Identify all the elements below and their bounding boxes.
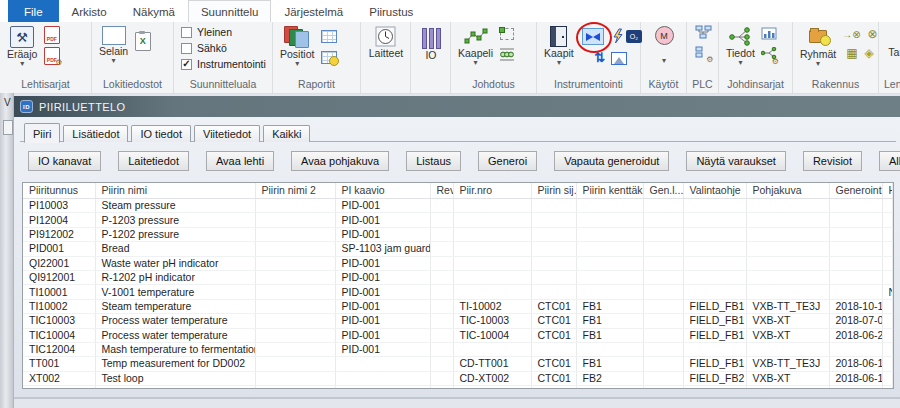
cell[interactable]: TT001: [23, 357, 95, 371]
cell[interactable]: [576, 386, 643, 389]
checkbox-instrumentointi[interactable]: ✓Instrumentointi: [181, 57, 266, 71]
revisiot-button[interactable]: Revisiot: [803, 151, 862, 171]
cell[interactable]: [255, 213, 335, 227]
cell[interactable]: [255, 227, 335, 241]
cell[interactable]: [255, 242, 335, 256]
excel-export-button[interactable]: X: [134, 32, 151, 50]
cell[interactable]: CTC01: [531, 314, 576, 328]
cell[interactable]: FB1: [576, 299, 643, 313]
cell[interactable]: [882, 213, 893, 227]
cell[interactable]: [746, 256, 829, 270]
n-yt-varaukset-button[interactable]: Näytä varaukset: [686, 151, 785, 171]
cell[interactable]: FIELD_FB2: [683, 371, 746, 385]
cell[interactable]: FB1: [576, 314, 643, 328]
report-table-button[interactable]: [320, 27, 337, 45]
cell[interactable]: PID-001: [335, 227, 430, 241]
cell[interactable]: [683, 386, 746, 389]
cell[interactable]: [683, 242, 746, 256]
cell[interactable]: [643, 342, 683, 356]
cell[interactable]: [882, 328, 893, 342]
cell[interactable]: [643, 314, 683, 328]
io-kanavat-button[interactable]: IO kanavat: [28, 151, 101, 171]
cell[interactable]: VXB-TT_TE3J: [746, 357, 829, 371]
panel-title-bar[interactable]: ID PIIRILUETTELO: [14, 96, 900, 117]
table-row-pi12004[interactable]: PI12004P-1203 pressurePID-001: [23, 213, 893, 227]
cell[interactable]: VXB-XT: [746, 371, 829, 385]
column-header-pohjakuva[interactable]: Pohjakuva: [746, 183, 829, 199]
import-export-button[interactable]: ⇅: [594, 51, 605, 65]
cell[interactable]: [335, 371, 430, 385]
cell[interactable]: N: [882, 285, 893, 299]
cell[interactable]: [453, 199, 531, 213]
cell[interactable]: [746, 227, 829, 241]
cell[interactable]: [453, 285, 531, 299]
add-to-group-button[interactable]: →⊗: [842, 28, 860, 41]
cell[interactable]: [453, 386, 531, 389]
cell[interactable]: Mash temperature to fermentation: [95, 342, 255, 356]
cell[interactable]: CD-XT002: [453, 371, 531, 385]
cell[interactable]: [829, 199, 882, 213]
cell[interactable]: [746, 342, 829, 356]
laitetiedot-button[interactable]: Laitetiedot: [118, 151, 189, 171]
cell[interactable]: [23, 386, 95, 389]
cell[interactable]: SP-1103 jam guard: [335, 242, 430, 256]
table-row-pi10003[interactable]: PI10003Steam pressurePID-001: [23, 199, 893, 213]
pdf-report-button[interactable]: PDF: [43, 26, 60, 44]
cell[interactable]: [829, 285, 882, 299]
group-grid-button[interactable]: ▦: [846, 47, 857, 60]
docked-panel-edge[interactable]: V: [0, 93, 14, 408]
cell[interactable]: [746, 213, 829, 227]
cell[interactable]: [430, 371, 453, 385]
column-header-rev[interactable]: Rev: [430, 183, 453, 199]
cell[interactable]: TIC-10003: [453, 314, 531, 328]
cell[interactable]: [829, 242, 882, 256]
cell[interactable]: [255, 285, 335, 299]
cell[interactable]: PID-001: [335, 299, 430, 313]
ribbon-tab-arkisto[interactable]: Arkisto: [59, 0, 120, 22]
cell[interactable]: [430, 328, 453, 342]
cell[interactable]: [683, 285, 746, 299]
cell[interactable]: [882, 299, 893, 313]
instrument-valve-button[interactable]: [582, 28, 604, 45]
cell[interactable]: [531, 386, 576, 389]
column-header-valintaohje[interactable]: Valintaohje: [683, 183, 746, 199]
checkbox-unchecked-icon[interactable]: [181, 27, 192, 38]
cell[interactable]: VXB-TT_TE3J: [746, 299, 829, 313]
cable-bundle-icon[interactable]: [499, 48, 515, 61]
tab-io-tiedot[interactable]: IO tiedot: [131, 125, 191, 142]
cell[interactable]: [829, 342, 882, 356]
cell[interactable]: QI912001: [23, 270, 95, 284]
cell[interactable]: Steam temperature: [95, 299, 255, 313]
alkuper-inen-suodatin-button[interactable]: Alkuperäinen suodatin: [879, 151, 900, 171]
chart-window-button[interactable]: [761, 27, 777, 40]
ribbon-tab-file[interactable]: File: [8, 0, 59, 22]
checkbox-yleinen[interactable]: Yleinen: [181, 25, 232, 39]
column-header-h[interactable]: H: [882, 183, 893, 199]
column-header-gen-l[interactable]: Gen.l...: [643, 183, 683, 199]
generoi-button[interactable]: Generoi: [478, 151, 537, 171]
tab-viitetiedot[interactable]: Viitetiedot: [194, 125, 260, 142]
oxygen-icon[interactable]: O₂: [626, 30, 642, 43]
cell[interactable]: [643, 328, 683, 342]
cell[interactable]: FB2: [576, 371, 643, 385]
cell[interactable]: [430, 299, 453, 313]
cell[interactable]: QI22001: [23, 256, 95, 270]
lightning-icon[interactable]: [611, 28, 623, 44]
cell[interactable]: [882, 242, 893, 256]
cell[interactable]: Process water temperature: [95, 314, 255, 328]
cell[interactable]: VXB-XT: [746, 328, 829, 342]
cell[interactable]: [531, 342, 576, 356]
cell[interactable]: [255, 299, 335, 313]
cell[interactable]: P-1202 pressure: [95, 227, 255, 241]
cell[interactable]: [531, 285, 576, 299]
cell[interactable]: [643, 227, 683, 241]
cell[interactable]: R-1202 pH indicator: [95, 270, 255, 284]
cell[interactable]: [746, 285, 829, 299]
vapauta-generoidut-button[interactable]: Vapauta generoidut: [554, 151, 669, 171]
cell[interactable]: CTC01: [531, 299, 576, 313]
tab-piiri[interactable]: Piiri: [24, 123, 60, 143]
cell[interactable]: [882, 342, 893, 356]
cell[interactable]: [255, 371, 335, 385]
cell[interactable]: [643, 285, 683, 299]
group-circle-button[interactable]: ⊗: [868, 28, 878, 41]
